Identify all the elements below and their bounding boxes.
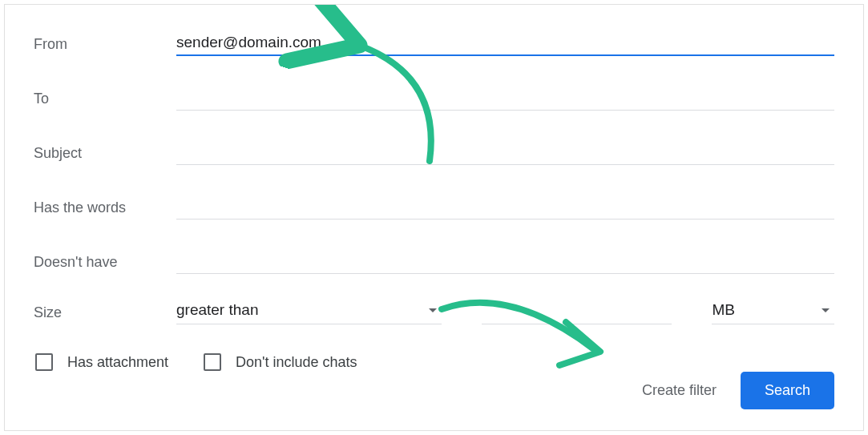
from-label: From (34, 36, 176, 56)
dont-include-chats-label: Don't include chats (236, 354, 357, 371)
chevron-down-icon (429, 308, 437, 312)
checkbox-icon (204, 353, 221, 371)
has-words-row: Has the words (34, 191, 834, 220)
size-unit-value: MB (712, 301, 735, 319)
chevron-down-icon (822, 308, 830, 312)
size-value-input[interactable] (482, 300, 672, 324)
dont-include-chats-checkbox[interactable]: Don't include chats (204, 353, 357, 371)
doesnt-have-input[interactable] (176, 251, 834, 274)
to-row: To (34, 82, 834, 111)
search-button[interactable]: Search (741, 372, 834, 409)
size-row: Size greater than MB (34, 300, 834, 324)
subject-input[interactable] (176, 142, 834, 165)
create-filter-button[interactable]: Create filter (642, 382, 717, 399)
dialog-footer: Create filter Search (642, 372, 834, 409)
size-unit-select[interactable]: MB (712, 300, 834, 324)
subject-label: Subject (34, 145, 176, 165)
has-attachment-label: Has attachment (67, 354, 168, 371)
size-operator-value: greater than (176, 301, 258, 319)
has-words-label: Has the words (34, 199, 176, 220)
has-words-input[interactable] (176, 196, 834, 220)
from-input[interactable] (176, 32, 834, 56)
doesnt-have-row: Doesn't have (34, 245, 834, 274)
size-operator-select[interactable]: greater than (176, 300, 442, 324)
size-label: Size (34, 304, 176, 324)
has-attachment-checkbox[interactable]: Has attachment (35, 353, 168, 371)
doesnt-have-label: Doesn't have (34, 254, 176, 274)
checkbox-icon (35, 353, 53, 371)
filter-dialog: From To Subject Has the words Doesn't ha… (4, 4, 864, 431)
checkbox-row: Has attachment Don't include chats (34, 353, 834, 371)
to-input[interactable] (176, 87, 834, 111)
subject-row: Subject (34, 136, 834, 165)
from-row: From (34, 27, 834, 56)
to-label: To (34, 91, 176, 111)
